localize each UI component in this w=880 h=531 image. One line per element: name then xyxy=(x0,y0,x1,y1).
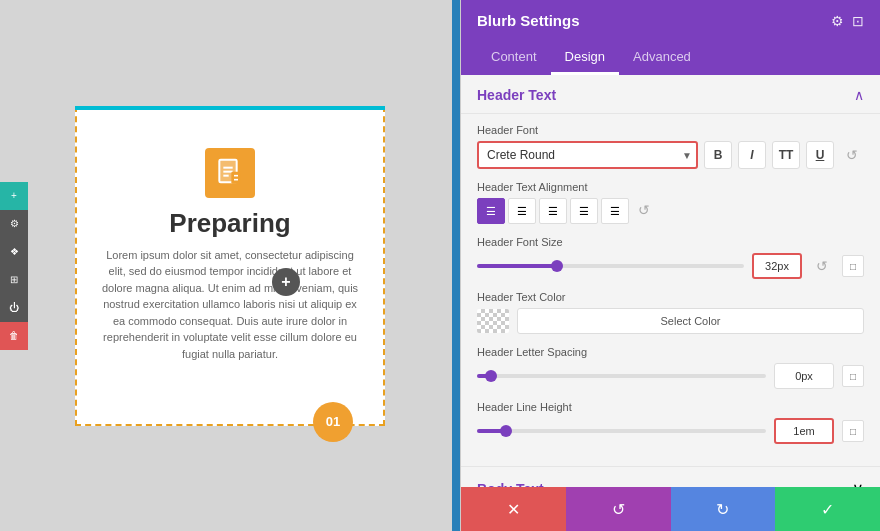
italic-btn[interactable]: I xyxy=(738,141,766,169)
font-size-reset-btn[interactable]: ↺ xyxy=(810,254,834,278)
align-left-btn[interactable]: ☰ xyxy=(477,198,505,224)
right-panel: Blurb Settings ⚙ ⊡ Content Design Advanc… xyxy=(460,0,880,531)
font-size-value[interactable]: 32px xyxy=(752,253,802,279)
font-size-slider-row: 32px ↺ □ xyxy=(477,253,864,279)
save-btn[interactable]: ✓ xyxy=(775,487,880,531)
header-text-section-body: Header Font Crete Round Open Sans Roboto… xyxy=(461,114,880,466)
align-center-btn[interactable]: ☰ xyxy=(508,198,536,224)
header-color-label: Header Text Color xyxy=(477,291,864,303)
alignment-buttons: ☰ ☰ ☰ ☰ ☰ ↺ xyxy=(477,198,864,224)
letter-spacing-slider-row: 0px □ xyxy=(477,363,864,389)
svg-rect-5 xyxy=(231,171,240,183)
letter-spacing-value[interactable]: 0px xyxy=(774,363,834,389)
header-text-title: Header Text xyxy=(477,87,556,103)
toolbar-grid-btn[interactable]: ❖ xyxy=(0,238,28,266)
align-reset-btn[interactable]: ↺ xyxy=(632,198,656,222)
header-font-label: Header Font xyxy=(477,124,864,136)
header-font-size-field: Header Font Size 32px ↺ □ xyxy=(477,236,864,279)
toolbar-settings-btn[interactable]: ⚙ xyxy=(0,210,28,238)
blurb-body: Lorem ipsum dolor sit amet, consectetur … xyxy=(97,247,363,363)
header-letter-spacing-field: Header Letter Spacing 0px □ xyxy=(477,346,864,389)
body-text-section: Body Text ∨ xyxy=(461,466,880,487)
toolbar-delete-btn[interactable]: 🗑 xyxy=(0,322,28,350)
line-height-value[interactable]: 1em xyxy=(774,418,834,444)
cancel-btn[interactable]: ✕ xyxy=(461,487,566,531)
header-color-row: Select Color xyxy=(477,308,864,334)
color-select-btn[interactable]: Select Color xyxy=(517,308,864,334)
tab-advanced[interactable]: Advanced xyxy=(619,41,705,75)
line-height-slider-row: 1em □ xyxy=(477,418,864,444)
side-toolbar: + ⚙ ❖ ⊞ ⏻ 🗑 xyxy=(0,182,28,350)
canvas-area: + ⚙ ❖ ⊞ ⏻ 🗑 xyxy=(0,0,460,531)
body-text-toggle-icon: ∨ xyxy=(852,479,864,487)
header-font-size-label: Header Font Size xyxy=(477,236,864,248)
toolbar-layout-btn[interactable]: ⊞ xyxy=(0,266,28,294)
tab-content[interactable]: Content xyxy=(477,41,551,75)
letter-spacing-device-btn[interactable]: □ xyxy=(842,365,864,387)
font-size-slider-fill xyxy=(477,264,557,268)
reset-btn[interactable]: ↺ xyxy=(566,487,671,531)
align-extra-btn[interactable]: ☰ xyxy=(601,198,629,224)
top-border xyxy=(75,106,385,110)
blurb-number: 01 xyxy=(313,402,353,442)
font-select[interactable]: Crete Round Open Sans Roboto xyxy=(477,141,698,169)
header-font-field: Header Font Crete Round Open Sans Roboto… xyxy=(477,124,864,169)
header-alignment-label: Header Text Alignment xyxy=(477,181,864,193)
header-letter-spacing-label: Header Letter Spacing xyxy=(477,346,864,358)
font-reset-btn[interactable]: ↺ xyxy=(840,143,864,167)
header-color-field: Header Text Color Select Color xyxy=(477,291,864,334)
line-height-slider[interactable] xyxy=(477,429,766,433)
header-font-row: Crete Round Open Sans Roboto ▼ B I TT U … xyxy=(477,141,864,169)
underline-btn[interactable]: U xyxy=(806,141,834,169)
toolbar-power-btn[interactable]: ⏻ xyxy=(0,294,28,322)
add-element-btn[interactable]: + xyxy=(272,268,300,296)
header-alignment-field: Header Text Alignment ☰ ☰ ☰ ☰ ☰ ↺ xyxy=(477,181,864,224)
font-select-wrapper: Crete Round Open Sans Roboto ▼ xyxy=(477,141,698,169)
header-line-height-label: Header Line Height xyxy=(477,401,864,413)
align-justify-btn[interactable]: ☰ xyxy=(570,198,598,224)
font-size-slider-thumb[interactable] xyxy=(551,260,563,272)
panel-tabs: Content Design Advanced xyxy=(461,41,880,75)
color-checker[interactable] xyxy=(477,309,509,333)
blue-sidebar-bar xyxy=(452,0,460,531)
redo-btn[interactable]: ↻ xyxy=(671,487,776,531)
panel-footer: ✕ ↺ ↻ ✓ xyxy=(461,487,880,531)
letter-spacing-slider[interactable] xyxy=(477,374,766,378)
body-text-section-header[interactable]: Body Text ∨ xyxy=(461,467,880,487)
tab-design[interactable]: Design xyxy=(551,41,619,75)
blurb-icon xyxy=(205,148,255,198)
panel-body: Header Text ∧ Header Font Crete Round Op… xyxy=(461,75,880,487)
bold-btn[interactable]: B xyxy=(704,141,732,169)
settings-icon[interactable]: ⚙ xyxy=(831,13,844,29)
panel-header-icons: ⚙ ⊡ xyxy=(831,13,864,29)
grid-icon[interactable]: ⊡ xyxy=(852,13,864,29)
letter-spacing-thumb[interactable] xyxy=(485,370,497,382)
font-size-device-btn[interactable]: □ xyxy=(842,255,864,277)
tt-btn[interactable]: TT xyxy=(772,141,800,169)
blurb-widget: Preparing Lorem ipsum dolor sit amet, co… xyxy=(75,106,385,426)
align-right-btn[interactable]: ☰ xyxy=(539,198,567,224)
blurb-title: Preparing xyxy=(169,208,290,239)
panel-title: Blurb Settings xyxy=(477,12,580,29)
header-line-height-field: Header Line Height 1em □ xyxy=(477,401,864,444)
line-height-thumb[interactable] xyxy=(500,425,512,437)
panel-header: Blurb Settings ⚙ ⊡ xyxy=(461,0,880,41)
toolbar-add-btn[interactable]: + xyxy=(0,182,28,210)
header-text-toggle[interactable]: ∧ xyxy=(854,87,864,103)
header-text-section-header: Header Text ∧ xyxy=(461,75,880,114)
font-size-slider[interactable] xyxy=(477,264,744,268)
line-height-device-btn[interactable]: □ xyxy=(842,420,864,442)
document-icon xyxy=(214,157,246,189)
